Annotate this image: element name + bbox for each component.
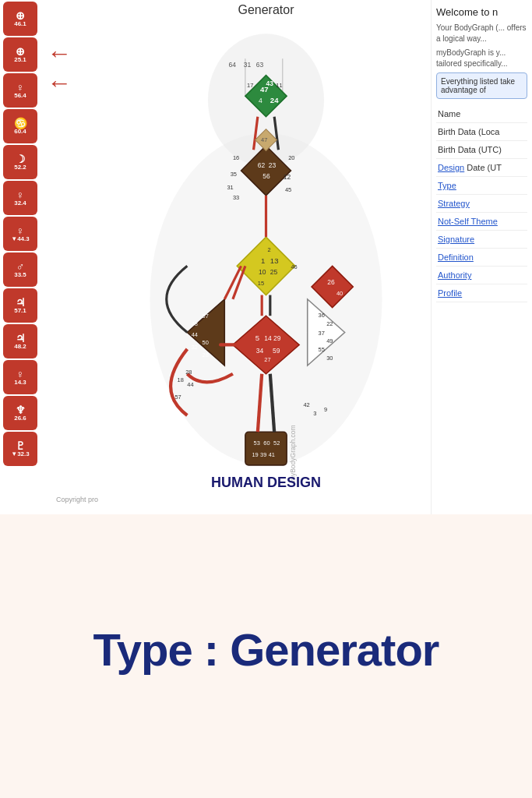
svg-text:3: 3: [313, 410, 316, 417]
svg-text:40: 40: [336, 290, 343, 297]
svg-text:53: 53: [254, 440, 260, 447]
svg-text:30: 30: [326, 355, 333, 362]
svg-text:57: 57: [174, 394, 181, 401]
arrow-red-left-bottom: ←: [47, 70, 72, 95]
svg-text:42: 42: [303, 401, 309, 408]
svg-text:44: 44: [192, 331, 198, 338]
svg-text:59: 59: [273, 347, 280, 355]
svg-text:64: 64: [229, 61, 237, 69]
svg-text:45: 45: [285, 186, 291, 193]
svg-text:29: 29: [273, 334, 281, 342]
info-row-definition[interactable]: Definition: [436, 249, 527, 267]
sidebar-icon-3[interactable]: ♋ 60.4: [3, 109, 37, 143]
sidebar-icon-6[interactable]: ♀ ▼44.3: [3, 217, 37, 251]
highlight-box: Everything listed take advantage of: [436, 72, 527, 99]
sidebar-icon-0[interactable]: ⊕ 46.1: [3, 2, 37, 36]
svg-text:39: 39: [260, 451, 266, 458]
sidebar-icon-2[interactable]: ♀ 56.4: [3, 73, 37, 108]
left-sidebar: ⊕ 46.1 ⊕ 25.1 ♀ 56.4 ♋ 60.4 ☽ 52.2 ♀ 32.…: [0, 0, 41, 514]
svg-text:1: 1: [261, 256, 265, 265]
svg-text:55: 55: [319, 346, 325, 353]
welcome-panel: Welcome to n Your BodyGraph (... offers …: [431, 0, 532, 514]
welcome-para2: myBodyGraph is y... tailored specificall…: [436, 48, 527, 69]
svg-text:35: 35: [231, 171, 237, 178]
svg-text:26: 26: [327, 278, 335, 286]
svg-text:23: 23: [269, 161, 277, 169]
copyright-text: Copyright pro: [56, 496, 98, 503]
svg-text:43: 43: [266, 79, 274, 87]
svg-text:10: 10: [259, 268, 266, 276]
bottom-section: Type : Generator julieyvettemarie.com: [0, 514, 532, 798]
welcome-para1: Your BodyGraph (... offers a logical way…: [436, 23, 527, 44]
svg-text:27: 27: [264, 356, 270, 363]
svg-text:20: 20: [288, 154, 294, 161]
svg-text:52: 52: [273, 440, 280, 447]
svg-text:62: 62: [258, 161, 266, 169]
svg-text:34: 34: [256, 347, 264, 355]
sidebar-icon-12[interactable]: ♇ ▼32.3: [3, 432, 37, 466]
svg-text:24: 24: [270, 96, 279, 104]
svg-text:25: 25: [270, 268, 278, 276]
svg-text:2: 2: [268, 246, 271, 253]
svg-rect-45: [245, 432, 287, 465]
type-heading: Type : Generator: [93, 623, 439, 676]
svg-text:48: 48: [192, 320, 198, 327]
svg-text:47: 47: [261, 136, 267, 143]
svg-text:15: 15: [258, 280, 264, 287]
info-row-signature[interactable]: Signature: [436, 231, 527, 249]
svg-text:49: 49: [326, 337, 333, 344]
arrow-red-left-top: ←: [47, 41, 72, 65]
top-section: ⊕ 46.1 ⊕ 25.1 ♀ 56.4 ♋ 60.4 ☽ 52.2 ♀ 32.…: [0, 0, 532, 514]
svg-text:57: 57: [203, 312, 209, 320]
svg-text:28: 28: [203, 351, 209, 358]
sidebar-icon-10[interactable]: ♀ 14.3: [3, 360, 37, 394]
sidebar-icon-11[interactable]: ♆ 26.6: [3, 396, 37, 430]
svg-text:31: 31: [244, 61, 252, 69]
info-row-not-self[interactable]: Not-Self Theme: [436, 213, 527, 231]
sidebar-icon-5[interactable]: ♀ 32.4: [3, 181, 37, 215]
info-row-strategy[interactable]: Strategy: [436, 195, 527, 213]
svg-text:28: 28: [185, 369, 192, 376]
svg-text:19: 19: [252, 451, 258, 458]
svg-text:46: 46: [291, 263, 297, 270]
svg-text:4: 4: [259, 97, 262, 104]
svg-text:11: 11: [276, 82, 282, 89]
svg-text:12: 12: [284, 173, 291, 181]
svg-text:50: 50: [203, 339, 209, 346]
svg-text:63: 63: [256, 61, 264, 69]
info-row-authority[interactable]: Authority: [436, 267, 527, 284]
svg-text:60: 60: [263, 440, 270, 447]
svg-text:33: 33: [233, 194, 239, 201]
human-design-label: HUMAN DESIGN: [41, 475, 491, 491]
svg-text:31: 31: [227, 184, 233, 191]
svg-text:41: 41: [269, 451, 275, 458]
sidebar-icon-1[interactable]: ⊕ 25.1: [3, 37, 37, 72]
sidebar-icon-8[interactable]: ♃ 57.1: [3, 288, 37, 323]
info-row-birth-utc: Birth Data (UTC): [436, 141, 527, 159]
svg-text:32: 32: [192, 344, 198, 351]
svg-text:56: 56: [262, 172, 270, 180]
svg-text:37: 37: [319, 330, 325, 337]
info-row-birth-local: Birth Data (Loca: [436, 123, 527, 141]
svg-text:13: 13: [270, 256, 279, 265]
svg-text:9: 9: [324, 406, 327, 413]
svg-text:myBodyGraph.com: myBodyGraph.com: [289, 425, 297, 482]
bodygraph-svg: 64 31 63 47 24 4 17 11 43 62 23 56 12 16…: [41, 17, 491, 514]
svg-text:44: 44: [187, 381, 193, 388]
info-row-type[interactable]: Type: [436, 177, 527, 195]
svg-text:17: 17: [247, 82, 253, 89]
svg-text:22: 22: [326, 320, 333, 327]
info-row-name: Name: [436, 105, 527, 123]
svg-text:16: 16: [233, 154, 239, 161]
chart-area: Generator ← ← ← ← 64 31 63 47: [41, 0, 491, 514]
chart-title: Generator: [41, 0, 491, 17]
info-row-design[interactable]: Design Date (UT: [436, 159, 527, 177]
sidebar-icon-9[interactable]: ♃ 48.2: [3, 324, 37, 358]
svg-text:5: 5: [255, 334, 259, 342]
svg-text:14: 14: [264, 334, 272, 342]
svg-text:36: 36: [319, 312, 325, 319]
welcome-title: Welcome to n: [436, 6, 527, 18]
info-row-profile[interactable]: Profile: [436, 284, 527, 302]
sidebar-icon-7[interactable]: ♂ 33.5: [3, 252, 37, 287]
sidebar-icon-4[interactable]: ☽ 52.2: [3, 145, 37, 179]
